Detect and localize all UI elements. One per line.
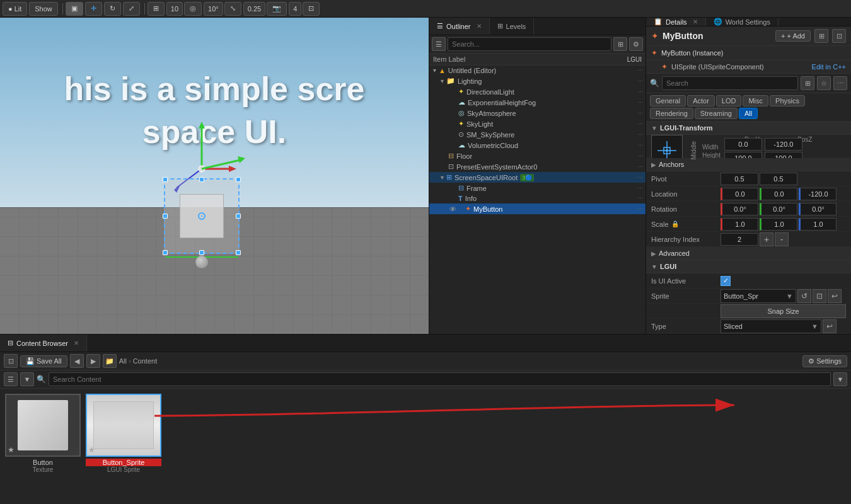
type-dropdown[interactable]: Sliced ▼ <box>721 319 821 333</box>
extra-button[interactable]: ⊡ <box>303 2 320 16</box>
details-search-grid-btn[interactable]: ⊞ <box>801 76 814 90</box>
details-grid-btn[interactable]: ⊞ <box>814 29 828 43</box>
tree-item-end-btn[interactable]: ⋯ <box>637 110 643 117</box>
tree-item-end-btn[interactable]: ⋯ <box>637 185 643 192</box>
location-z-input[interactable] <box>799 188 837 200</box>
handle-dot[interactable] <box>163 177 168 182</box>
rotate-tool-button[interactable]: ↻ <box>104 2 121 16</box>
content-next-btn[interactable]: ▶ <box>86 354 100 368</box>
scale-button[interactable]: ⤡ <box>224 2 241 16</box>
tree-item-frame[interactable]: ⊟ Frame ⋯ <box>429 183 645 193</box>
handle-dot[interactable] <box>199 177 204 182</box>
rotation-z-input[interactable] <box>799 203 837 215</box>
cam-button[interactable]: 📷 <box>267 2 287 16</box>
save-all-button[interactable]: 💾 Save All <box>20 355 67 367</box>
tree-item-end-btn[interactable]: ⋯ <box>637 78 643 84</box>
outliner-grid-btn[interactable]: ⊞ <box>613 37 627 51</box>
type-undo-btn[interactable]: ↩ <box>823 319 837 333</box>
details-search-input[interactable] <box>662 76 798 90</box>
content-search-icon-btn[interactable]: ▼ <box>20 372 34 386</box>
scale-x-input[interactable] <box>721 218 758 231</box>
pivot-y-input[interactable] <box>760 173 797 185</box>
handle-dot[interactable] <box>236 214 241 219</box>
selected-object-box[interactable] <box>164 178 240 254</box>
filter-rendering[interactable]: Rendering <box>650 108 693 119</box>
handle-dot[interactable] <box>163 214 168 219</box>
details-search-star-btn[interactable]: ☆ <box>817 76 831 90</box>
outliner-search[interactable] <box>448 37 611 51</box>
content-prev-btn[interactable]: ◀ <box>70 354 84 368</box>
hierarchy-index-input[interactable] <box>721 233 758 246</box>
visibility-icon[interactable]: 👁 <box>449 205 456 213</box>
section-lgui[interactable]: ▼ LGUI <box>646 260 851 273</box>
tree-item-end-btn[interactable]: ⋯ <box>637 89 643 95</box>
tree-item-skysphere[interactable]: ⊙ SM_SkySphere ⋯ <box>429 129 645 140</box>
sprite-save-btn[interactable]: ⊡ <box>813 289 826 303</box>
sprite-undo-btn[interactable]: ↩ <box>828 289 842 303</box>
filter-streaming[interactable]: Streaming <box>695 108 738 119</box>
tab-outliner[interactable]: ☰ Outliner ✕ <box>429 18 490 35</box>
snap-size-button[interactable]: Snap Size <box>721 304 846 318</box>
filter-misc[interactable]: Misc <box>743 95 768 106</box>
tree-item-end-btn[interactable]: ⋯ <box>637 142 643 149</box>
handle-dot[interactable] <box>236 177 241 182</box>
tree-item-skyatmosphere[interactable]: ◎ SkyAtmosphere ⋯ <box>429 108 645 118</box>
pos-y-input[interactable] <box>724 138 762 151</box>
filter-physics[interactable]: Physics <box>770 95 805 106</box>
move-tool-button[interactable]: ✛ <box>85 2 102 16</box>
viewport-canvas[interactable]: his is a simple scre space UI. <box>0 18 429 334</box>
details-search-more-btn[interactable]: ⋯ <box>833 76 847 90</box>
tree-item-skylight[interactable]: ✦ SkyLight ⋯ <box>429 118 645 129</box>
tree-item-end-btn[interactable]: ⋯ <box>637 195 643 202</box>
tab-world-settings[interactable]: 🌐 World Settings <box>706 18 779 26</box>
handle-dot[interactable] <box>163 250 168 255</box>
location-x-input[interactable] <box>721 188 758 200</box>
tab-content-browser[interactable]: ⊟ Content Browser ✕ <box>0 335 87 352</box>
select-tool-button[interactable]: ▣ <box>66 2 83 16</box>
content-item-button-sprite[interactable]: ★ Button_Sprite LGUI Sprite <box>86 394 161 499</box>
handle-dot[interactable] <box>199 250 204 255</box>
lit-button[interactable]: ● Lit <box>3 2 27 16</box>
tree-item-floor[interactable]: ⊟ Floor ⋯ <box>429 151 645 161</box>
add-button[interactable]: + + Add <box>775 30 811 42</box>
outliner-settings-btn[interactable]: ⚙ <box>629 37 643 51</box>
handle-dot[interactable] <box>236 250 241 255</box>
content-filter-btn[interactable]: ☰ <box>4 372 18 386</box>
pos-z-input[interactable] <box>765 138 802 151</box>
tree-item-end-btn[interactable]: ⋯ <box>637 175 643 181</box>
content-search-input[interactable] <box>49 372 831 386</box>
sprite-dropdown[interactable]: Button_Spr ▼ <box>721 289 796 303</box>
filter-lod[interactable]: LOD <box>716 95 742 106</box>
tree-item-end-btn[interactable]: ⋯ <box>637 153 643 159</box>
tree-item-end-btn[interactable]: ⋯ <box>637 164 643 170</box>
scale-tool-button[interactable]: ⤢ <box>123 2 140 16</box>
tree-item-volumetriccloud[interactable]: ☁ VolumetricCloud ⋯ <box>429 140 645 151</box>
tree-item-presetevent[interactable]: ⊡ PresetEventSystemActor0 ⋯ <box>429 161 645 172</box>
scale-z-input[interactable] <box>799 218 837 231</box>
rotation-y-input[interactable] <box>760 203 797 215</box>
filter-all[interactable]: All <box>739 108 758 119</box>
button-sprite-thumbnail[interactable]: ★ <box>86 394 161 457</box>
content-item-button[interactable]: ★ Button Texture <box>5 394 81 499</box>
pivot-x-input[interactable] <box>721 173 758 185</box>
content-dropdown-btn[interactable]: ▼ <box>833 372 847 386</box>
is-ui-active-checkbox[interactable]: ✓ <box>721 276 731 286</box>
details-tab-close[interactable]: ✕ <box>693 18 698 25</box>
outliner-menu-btn[interactable]: ☰ <box>432 37 446 51</box>
tree-item-end-btn[interactable]: ⋯ <box>637 67 643 74</box>
settings-button[interactable]: ⚙ Settings <box>802 355 847 367</box>
tree-item-end-btn[interactable]: ⋯ <box>637 100 643 106</box>
rotation-x-input[interactable] <box>721 203 758 215</box>
filter-general[interactable]: General <box>650 95 686 106</box>
breadcrumb-content[interactable]: Content <box>133 357 158 365</box>
grid-button[interactable]: ⊞ <box>148 2 165 16</box>
edit-cpp-button[interactable]: Edit in C++ <box>812 63 846 71</box>
filter-actor[interactable]: Actor <box>687 95 715 106</box>
lock-icon[interactable]: 🔒 <box>671 220 679 227</box>
tree-item-untitled[interactable]: ▼ ▲ Untitled (Editor) ⋯ <box>429 66 645 76</box>
details-settings-btn[interactable]: ⊡ <box>832 29 846 43</box>
tree-item-directionallight[interactable]: ✦ DirectionalLight ⋯ <box>429 86 645 97</box>
tree-item-info[interactable]: T Info ⋯ <box>429 193 645 203</box>
tree-item-mybutton[interactable]: 👁 ✦ MyButton ⋯ <box>429 203 645 214</box>
scale-y-input[interactable] <box>760 218 797 231</box>
